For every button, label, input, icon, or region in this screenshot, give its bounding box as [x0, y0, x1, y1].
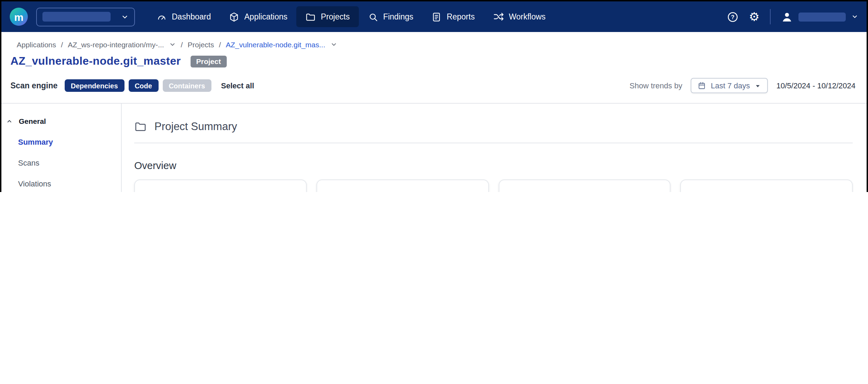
project-summary-header: Project Summary [134, 120, 853, 133]
help-icon[interactable]: ? [727, 11, 739, 23]
engine-pill-containers: Containers [162, 79, 211, 92]
chevron-down-icon [121, 13, 129, 21]
project-type-badge: Project [191, 55, 226, 67]
redacted-user-name [798, 12, 846, 21]
chevron-down-icon[interactable] [169, 41, 176, 48]
nav-item-reports[interactable]: Reports [423, 6, 484, 27]
main-nav: Dashboard Applications Projects Findings… [147, 1, 555, 32]
caret-down-icon [755, 82, 761, 89]
dashboard-icon [156, 11, 167, 22]
nav-item-projects[interactable]: Projects [297, 6, 359, 27]
overview-cards: Scans (Last 7 days) 2 2 in last 7 days [134, 179, 853, 192]
languages-card: Languages JavaScript / TypeScript* javas… [316, 179, 489, 192]
top-navbar: m Dashboard Applications Projects Fi [1, 1, 867, 32]
trend-period-value: Last 7 days [711, 81, 750, 90]
breadcrumb-item-applications[interactable]: Applications [17, 40, 56, 49]
nav-item-applications[interactable]: Applications [220, 6, 297, 27]
engine-pill-dependencies[interactable]: Dependencies [65, 79, 124, 92]
nav-label: Workflows [509, 13, 546, 21]
breadcrumb-separator: / [181, 40, 183, 49]
main-content: Project Summary Overview Scans (Last 7 d… [122, 104, 867, 192]
nav-item-findings[interactable]: Findings [359, 6, 423, 27]
chevron-down-icon[interactable] [330, 41, 337, 48]
nav-label: Dashboard [172, 13, 211, 21]
svg-text:?: ? [731, 14, 734, 20]
nav-item-workflows[interactable]: Workflows [484, 6, 555, 27]
settings-gear-icon[interactable]: ⚙ [749, 11, 760, 23]
navbar-right: ? ⚙ [727, 9, 859, 24]
chevron-down-icon [851, 13, 858, 20]
org-selector[interactable] [36, 7, 135, 26]
sidebar-item-scans[interactable]: Scans [1, 152, 121, 173]
nav-label: Applications [244, 13, 288, 21]
divider [134, 143, 853, 143]
sidebar: General Summary Scans Violations Securit… [1, 104, 122, 192]
projects-folder-icon [306, 11, 316, 22]
user-menu[interactable] [781, 11, 858, 23]
scan-engine-label: Scan engine [10, 81, 58, 90]
workflows-icon [493, 11, 504, 22]
nav-label: Projects [321, 13, 350, 21]
overview-heading: Overview [134, 160, 853, 171]
chevron-up-icon [6, 118, 13, 124]
folder-icon [134, 120, 147, 133]
trend-date-range: 10/5/2024 - 10/12/2024 [776, 81, 855, 90]
breadcrumb-item-application-name[interactable]: AZ_ws-repo-integration/my-... [68, 40, 164, 49]
navbar-divider [770, 9, 771, 24]
engine-pill-code[interactable]: Code [128, 79, 158, 92]
breadcrumb-separator: / [219, 40, 221, 49]
redacted-org-name [42, 12, 111, 22]
mend-logo-letter: m [14, 11, 24, 23]
nav-label: Reports [447, 13, 475, 21]
user-avatar-icon [781, 11, 793, 23]
select-all-link[interactable]: Select all [221, 81, 254, 90]
labels-card: Labels No labels assigned [498, 179, 671, 192]
title-row: AZ_vulnerable-node.git_master Project [1, 49, 867, 71]
page-body: General Summary Scans Violations Securit… [1, 104, 867, 192]
show-trends-by-label: Show trends by [629, 81, 682, 90]
applications-icon [229, 11, 240, 22]
sidebar-item-summary[interactable]: Summary [1, 131, 121, 152]
nav-item-dashboard[interactable]: Dashboard [147, 6, 220, 27]
breadcrumb-separator: / [61, 40, 63, 49]
findings-search-icon [368, 11, 378, 22]
trend-period-dropdown[interactable]: Last 7 days [691, 78, 768, 93]
app-window: m Dashboard Applications Projects Fi [0, 0, 868, 192]
mend-logo: m [10, 8, 28, 26]
sidebar-header-general[interactable]: General [1, 111, 121, 131]
page-title: AZ_vulnerable-node.git_master [10, 55, 181, 67]
breadcrumb: Applications / AZ_ws-repo-integration/my… [1, 32, 867, 49]
breadcrumb-item-projects[interactable]: Projects [188, 40, 214, 49]
sidebar-item-violations[interactable]: Violations [1, 173, 121, 192]
reports-icon [432, 11, 442, 22]
tags-card: Tags 2 [681, 179, 853, 192]
scans-card: Scans (Last 7 days) 2 2 in last 7 days [134, 179, 307, 192]
sidebar-section-general: General Summary Scans Violations [1, 111, 121, 192]
scan-engine-row: Scan engine Dependencies Code Containers… [1, 71, 867, 104]
trends-controls: Show trends by Last 7 days 10/5/2024 - 1… [629, 78, 855, 93]
breadcrumb-item-project-name[interactable]: AZ_vulnerable-node.git_mas... [226, 40, 325, 49]
nav-label: Findings [383, 13, 413, 21]
calendar-icon [698, 81, 706, 90]
